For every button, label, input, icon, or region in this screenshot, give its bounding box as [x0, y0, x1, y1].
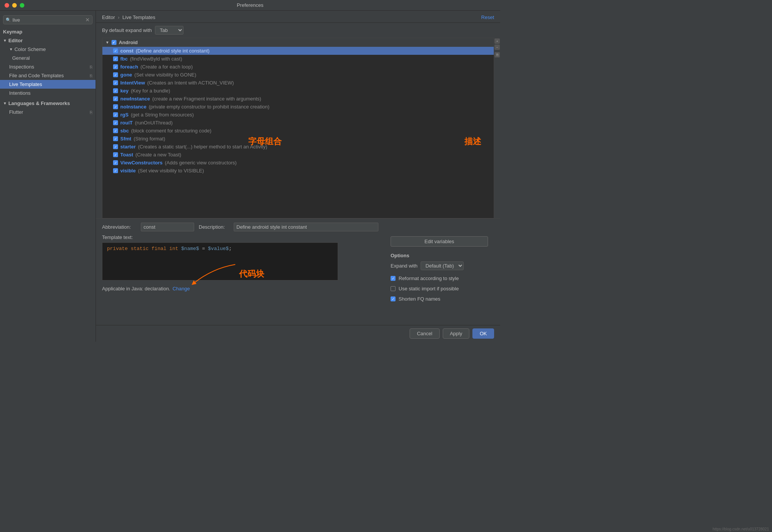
android-group-header[interactable]: ▼ ✓ Android [102, 38, 494, 47]
static-import-label: Use static import if possible [399, 286, 459, 291]
reformat-label: Reformat according to style [399, 276, 459, 281]
sidebar-item-inspections[interactable]: Inspections ⎘ [0, 62, 96, 71]
viewconstructors-checkbox[interactable]: ✓ [113, 160, 118, 165]
reformat-checkbox[interactable]: ✓ [391, 276, 396, 281]
sidebar-item-languages-frameworks[interactable]: ▼ Languages & Frameworks [0, 99, 96, 108]
starter-checkbox[interactable]: ✓ [113, 144, 118, 149]
template-item-rouit[interactable]: ✓ rouiT (runOnUIThread) [102, 119, 494, 127]
template-item-intentview[interactable]: ✓ IntentView (Creates an Intent with ACT… [102, 79, 494, 87]
apply-button[interactable]: Apply [443, 328, 470, 339]
template-item-foreach[interactable]: ✓ foreach (Create a for each loop) [102, 63, 494, 71]
fbc-checkbox[interactable]: ✓ [113, 56, 118, 61]
sidebar-item-general[interactable]: General [0, 54, 96, 62]
editor-arrow-icon: ▼ [3, 38, 7, 43]
key-abbr: key [120, 88, 129, 94]
close-button[interactable] [5, 3, 9, 8]
sidebar-item-keymap[interactable]: Keymap [0, 27, 96, 36]
fbc-desc: (findViewByld with cast) [130, 56, 182, 62]
code-keyword-private: private [107, 246, 131, 252]
fbc-abbr: fbc [120, 56, 128, 62]
visible-abbr: visible [120, 168, 136, 174]
intentview-checkbox[interactable]: ✓ [113, 80, 118, 85]
sfmt-checkbox[interactable]: ✓ [113, 136, 118, 141]
editor-label: Editor [8, 38, 23, 43]
template-code-area[interactable]: private static final int $name$ = $value… [102, 242, 338, 280]
template-item-newinstance[interactable]: ✓ newInstance (create a new Fragment ins… [102, 95, 494, 103]
const-checkbox[interactable]: ✓ [113, 48, 118, 53]
edit-variables-button[interactable]: Edit variables [391, 236, 488, 247]
visible-desc: (Set view visibility to VISIBLE) [138, 168, 204, 174]
templates-list: ▼ ✓ Android ✓ const (Define android styl… [102, 38, 494, 218]
key-desc: (Key for a bundle) [131, 88, 170, 94]
template-item-viewconstructors[interactable]: ✓ ViewConstructors (Adds generic view co… [102, 159, 494, 167]
rouit-desc: (runOnUIThread) [135, 120, 173, 126]
sidebar-item-editor[interactable]: ▼ Editor [0, 36, 96, 45]
expand-with-label: Expand with [391, 263, 418, 269]
abbreviation-input[interactable] [141, 223, 194, 231]
shorten-fq-row: ✓ Shorten FQ names [391, 296, 488, 302]
expand-with-select[interactable]: Default (Tab) Tab Enter Space [421, 261, 464, 270]
intentions-label: Intentions [9, 90, 30, 96]
search-input[interactable] [13, 17, 77, 23]
foreach-checkbox[interactable]: ✓ [113, 64, 118, 69]
cancel-button[interactable]: Cancel [410, 328, 439, 339]
code-equals: = [199, 246, 208, 252]
rouit-checkbox[interactable]: ✓ [113, 120, 118, 125]
sidebar-item-live-templates[interactable]: Live Templates [0, 80, 96, 89]
visible-checkbox[interactable]: ✓ [113, 168, 118, 173]
key-checkbox[interactable]: ✓ [113, 88, 118, 93]
template-item-rgs[interactable]: ✓ rgS (get a String from resources) [102, 111, 494, 119]
template-item-starter[interactable]: ✓ starter (Creates a static start(...) h… [102, 143, 494, 151]
minimize-button[interactable] [12, 3, 17, 8]
toast-desc: (Create a new Toast) [136, 152, 181, 158]
code-keyword-int: int [169, 246, 181, 252]
template-text-label: Template text: [102, 234, 133, 240]
template-item-fbc[interactable]: ✓ fbc (findViewByld with cast) [102, 55, 494, 63]
code-var-value: $value$ [208, 246, 229, 252]
noinstance-checkbox[interactable]: ✓ [113, 104, 118, 109]
template-item-visible[interactable]: ✓ visible (Set view visibility to VISIBL… [102, 167, 494, 175]
const-abbr: const [120, 48, 134, 54]
template-item-const[interactable]: ✓ const (Define android style int consta… [102, 47, 494, 55]
rgs-checkbox[interactable]: ✓ [113, 112, 118, 117]
android-group-label: Android [119, 40, 138, 45]
template-item-key[interactable]: ✓ key (Key for a bundle) [102, 87, 494, 95]
reset-link[interactable]: Reset [481, 14, 494, 20]
android-group-checkbox[interactable]: ✓ [112, 40, 116, 45]
shorten-fq-checkbox[interactable]: ✓ [391, 296, 396, 301]
description-label: Description: [199, 224, 229, 230]
code-keyword-final: final [152, 246, 169, 252]
template-item-sbc[interactable]: ✓ sbc (block comment for structuring cod… [102, 127, 494, 135]
flutter-label: Flutter [9, 109, 23, 115]
search-box[interactable]: 🔍 ✕ [3, 15, 93, 24]
template-item-gone[interactable]: ✓ gone (Set view visibility to GONE) [102, 71, 494, 79]
const-desc: (Define android style int constant) [136, 48, 210, 54]
toast-checkbox[interactable]: ✓ [113, 152, 118, 157]
change-link[interactable]: Change [172, 286, 190, 291]
code-keyword-static: static [131, 246, 152, 252]
template-item-toast[interactable]: ✓ Toast (Create a new Toast) [102, 151, 494, 159]
template-item-sfmt[interactable]: ✓ Sfmt (String format) [102, 135, 494, 143]
sidebar-item-file-code-templates[interactable]: File and Code Templates ⎘ [0, 71, 96, 80]
scroll-up-button[interactable]: + [494, 38, 500, 44]
copy-button[interactable]: ⎘ [494, 52, 500, 57]
scrollbar-area: + − ⎘ [494, 38, 500, 218]
description-input[interactable] [234, 223, 378, 231]
clear-search-icon[interactable]: ✕ [85, 17, 90, 23]
ok-button[interactable]: OK [472, 328, 494, 339]
search-icon: 🔍 [6, 18, 11, 22]
sbc-checkbox[interactable]: ✓ [113, 128, 118, 133]
scroll-down-button[interactable]: − [494, 45, 500, 50]
template-item-noinstance[interactable]: ✓ noInstance (private empty constructor … [102, 103, 494, 111]
expand-select[interactable]: Tab Enter Space [155, 26, 183, 35]
sidebar-item-intentions[interactable]: Intentions [0, 89, 96, 97]
newinstance-checkbox[interactable]: ✓ [113, 96, 118, 101]
newinstance-desc: (create a new Fragment instance with arg… [152, 96, 261, 102]
maximize-button[interactable] [20, 3, 24, 8]
static-import-checkbox[interactable] [391, 286, 396, 291]
sidebar-item-flutter[interactable]: Flutter ⎘ [0, 108, 96, 116]
sidebar-item-color-scheme[interactable]: ▼ Color Scheme [0, 45, 96, 54]
gone-checkbox[interactable]: ✓ [113, 72, 118, 77]
template-text-label-row: Template text: [102, 234, 378, 240]
traffic-lights [5, 3, 24, 8]
